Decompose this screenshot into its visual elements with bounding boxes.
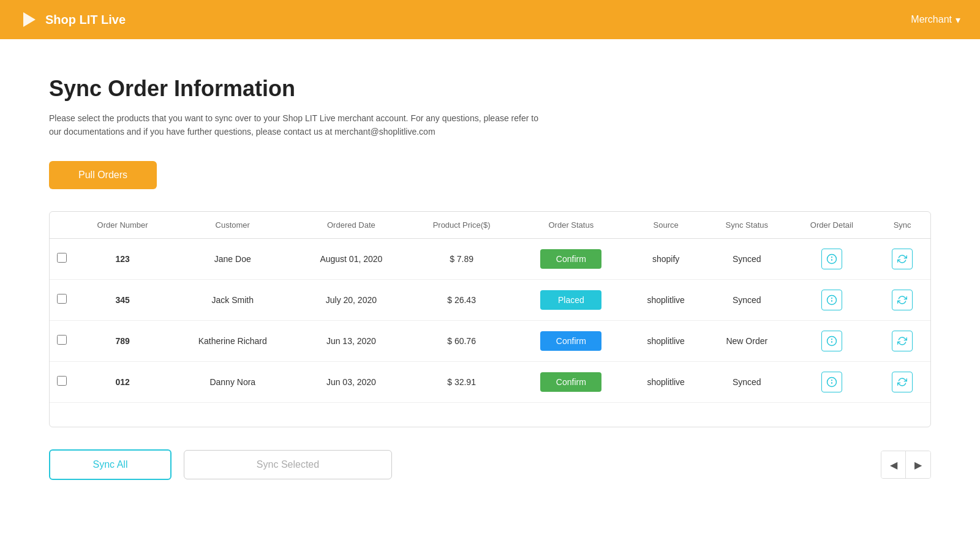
customer-cell: Danny Nora <box>171 361 294 402</box>
sync-status-cell: Synced <box>704 361 789 402</box>
col-order-status: Order Status <box>515 212 627 239</box>
ordered-date-cell: Jun 03, 2020 <box>294 361 408 402</box>
main-content: Sync Order Information Please select the… <box>0 39 980 551</box>
brand-name: Shop LIT Live <box>45 13 126 27</box>
brand: Shop LIT Live <box>20 10 126 29</box>
customer-cell: Jane Doe <box>171 238 294 279</box>
customer-cell: Jack Smith <box>171 279 294 320</box>
order-detail-button[interactable] <box>821 290 842 310</box>
pull-orders-button[interactable]: Pull Orders <box>49 161 157 189</box>
product-price-cell: $ 26.43 <box>408 279 514 320</box>
source-cell: shoplitlive <box>627 279 704 320</box>
order-status-button[interactable]: Confirm <box>540 331 601 351</box>
order-detail-cell <box>789 238 874 279</box>
merchant-menu[interactable]: Merchant ▾ <box>911 14 960 26</box>
col-product-price: Product Price($) <box>408 212 514 239</box>
orders-table-container: Order Number Customer Ordered Date Produ… <box>49 211 931 428</box>
table-row: 789Katherine RichardJun 13, 2020$ 60.76C… <box>50 320 930 361</box>
col-ordered-date: Ordered Date <box>294 212 408 239</box>
product-price-cell: $ 60.76 <box>408 320 514 361</box>
next-page-button[interactable]: ▶ <box>906 451 930 478</box>
merchant-label: Merchant <box>911 14 952 25</box>
order-detail-button[interactable] <box>821 331 842 351</box>
sync-button[interactable] <box>892 372 913 392</box>
checkbox-header <box>50 212 74 239</box>
sync-status-cell: Synced <box>704 279 789 320</box>
col-order-number: Order Number <box>74 212 171 239</box>
source-cell: shoplitlive <box>627 320 704 361</box>
sync-cell <box>874 279 930 320</box>
col-order-detail: Order Detail <box>789 212 874 239</box>
sync-cell <box>874 361 930 402</box>
order-detail-cell <box>789 320 874 361</box>
header: Shop LIT Live Merchant ▾ <box>0 0 980 39</box>
sync-status-cell: New Order <box>704 320 789 361</box>
page-title: Sync Order Information <box>49 76 931 102</box>
order-detail-cell <box>789 361 874 402</box>
source-cell: shopify <box>627 238 704 279</box>
svg-marker-0 <box>23 12 36 27</box>
order-status-cell: Confirm <box>515 361 627 402</box>
order-status-button[interactable]: Confirm <box>540 372 601 392</box>
table-row: 345Jack SmithJuly 20, 2020$ 26.43Placeds… <box>50 279 930 320</box>
orders-table: Order Number Customer Ordered Date Produ… <box>50 212 930 427</box>
sync-cell <box>874 238 930 279</box>
row-checkbox[interactable] <box>57 376 67 386</box>
sync-all-button[interactable]: Sync All <box>49 449 172 480</box>
product-price-cell: $ 7.89 <box>408 238 514 279</box>
col-source: Source <box>627 212 704 239</box>
sync-cell <box>874 320 930 361</box>
order-status-cell: Confirm <box>515 238 627 279</box>
sync-selected-button[interactable]: Sync Selected <box>184 450 392 479</box>
col-sync-status: Sync Status <box>704 212 789 239</box>
col-customer: Customer <box>171 212 294 239</box>
row-checkbox[interactable] <box>57 294 67 304</box>
bottom-actions: Sync All Sync Selected ◀ ▶ <box>49 449 931 480</box>
logo-icon <box>20 10 39 29</box>
prev-page-button[interactable]: ◀ <box>881 451 906 478</box>
order-status-cell: Confirm <box>515 320 627 361</box>
ordered-date-cell: July 20, 2020 <box>294 279 408 320</box>
order-detail-button[interactable] <box>821 249 842 269</box>
order-status-cell: Placed <box>515 279 627 320</box>
row-checkbox[interactable] <box>57 335 67 345</box>
product-price-cell: $ 32.91 <box>408 361 514 402</box>
order-status-button[interactable]: Confirm <box>540 249 601 269</box>
sync-button[interactable] <box>892 290 913 310</box>
order-detail-button[interactable] <box>821 372 842 392</box>
page-description: Please select the products that you want… <box>49 111 539 139</box>
col-sync: Sync <box>874 212 930 239</box>
order-status-button[interactable]: Placed <box>540 290 601 310</box>
row-checkbox[interactable] <box>57 253 67 263</box>
ordered-date-cell: August 01, 2020 <box>294 238 408 279</box>
sync-button[interactable] <box>892 331 913 351</box>
source-cell: shoplitlive <box>627 361 704 402</box>
table-row: 012Danny NoraJun 03, 2020$ 32.91Confirms… <box>50 361 930 402</box>
order-number-cell: 012 <box>74 361 171 402</box>
table-row: 123Jane DoeAugust 01, 2020$ 7.89Confirms… <box>50 238 930 279</box>
order-detail-cell <box>789 279 874 320</box>
table-header-row: Order Number Customer Ordered Date Produ… <box>50 212 930 239</box>
sync-button[interactable] <box>892 249 913 269</box>
sync-status-cell: Synced <box>704 238 789 279</box>
chevron-down-icon: ▾ <box>956 14 960 26</box>
order-number-cell: 345 <box>74 279 171 320</box>
empty-row <box>50 402 930 427</box>
customer-cell: Katherine Richard <box>171 320 294 361</box>
pagination: ◀ ▶ <box>881 451 931 479</box>
order-number-cell: 123 <box>74 238 171 279</box>
order-number-cell: 789 <box>74 320 171 361</box>
ordered-date-cell: Jun 13, 2020 <box>294 320 408 361</box>
